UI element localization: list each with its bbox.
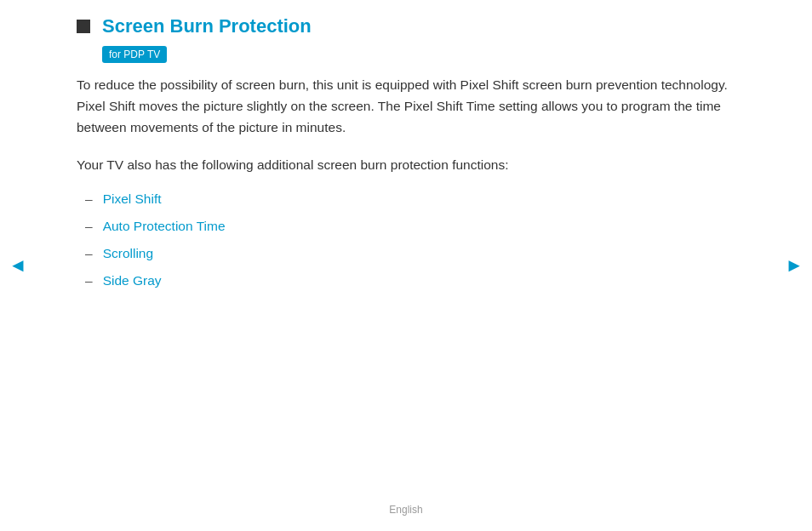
footer: English (389, 504, 422, 516)
list-item: – Side Gray (85, 273, 735, 288)
pixel-shift-link[interactable]: Pixel Shift (103, 191, 162, 207)
page-title: Screen Burn Protection (102, 15, 312, 37)
content-area: Screen Burn Protection for PDP TV To red… (51, 15, 761, 288)
intro-text: Your TV also has the following additiona… (77, 155, 735, 176)
features-list: – Pixel Shift – Auto Protection Time – S… (85, 191, 735, 288)
list-dash: – (85, 273, 93, 288)
auto-protection-time-link[interactable]: Auto Protection Time (103, 219, 226, 234)
pdp-badge: for PDP TV (102, 46, 167, 63)
page-container: ◄ ► Screen Burn Protection for PDP TV To… (0, 0, 812, 531)
list-dash: – (85, 191, 93, 207)
nav-arrow-left[interactable]: ◄ (9, 254, 27, 277)
side-gray-link[interactable]: Side Gray (103, 273, 162, 288)
description-text: To reduce the possibility of screen burn… (77, 75, 735, 138)
list-dash: – (85, 219, 93, 234)
list-item: – Scrolling (85, 246, 735, 261)
title-row: Screen Burn Protection (77, 15, 735, 37)
scrolling-link[interactable]: Scrolling (103, 246, 153, 261)
list-dash: – (85, 246, 93, 261)
list-item: – Auto Protection Time (85, 219, 735, 234)
list-item: – Pixel Shift (85, 191, 735, 207)
title-icon (77, 20, 90, 33)
nav-arrow-right[interactable]: ► (785, 254, 803, 277)
footer-text: English (389, 504, 422, 516)
badge-container: for PDP TV (77, 46, 735, 75)
